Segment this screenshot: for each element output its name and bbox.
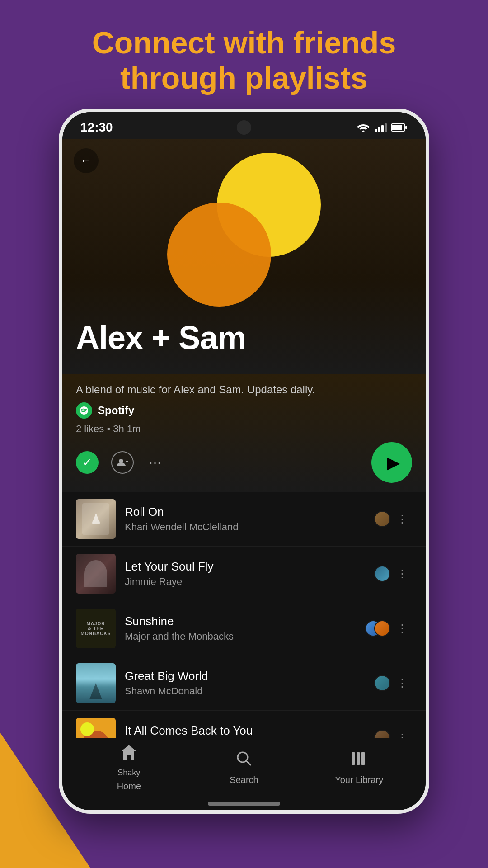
header-tagline: Connect with friends through playlists [0,25,488,95]
svg-rect-14 [357,752,360,765]
track-item[interactable]: Let Your Soul Fly Jimmie Raye ⋮ [62,547,426,601]
track-info-soul-fly: Let Your Soul Fly Jimmie Raye [125,560,365,588]
track-title: It All Comes Back to You [125,724,365,738]
header-line1: Connect with friends [92,25,396,60]
home-indicator [208,802,280,806]
svg-rect-13 [352,752,355,765]
track-more-button[interactable]: ⋮ [393,513,412,525]
bottom-nav: Shaky Home Search Your Library [62,738,426,810]
track-artist: Major and the Monbacks [125,631,356,642]
camera-notch [237,120,251,135]
add-friend-button[interactable] [111,451,134,474]
track-right: ⋮ [374,511,412,527]
nav-item-library[interactable]: Your Library [301,750,417,785]
back-button[interactable]: ← [74,148,99,173]
spotify-creator-name: Spotify [98,404,134,417]
playlist-meta: 2 likes • 3h 1m [76,423,412,435]
track-info-great-big-world: Great Big World Shawn McDonald [125,669,365,697]
playlist-info: A blend of music for Alex and Sam. Updat… [62,374,426,492]
battery-icon [391,123,408,132]
hero-area: ← Alex + Sam [62,139,426,374]
track-title: Great Big World [125,669,365,683]
nav-library-label: Your Library [335,775,383,785]
svg-rect-1 [375,129,377,132]
status-icons [356,123,408,132]
spotify-credit: Spotify [76,402,412,419]
listener-avatars [374,511,387,527]
listener-avatars [374,566,387,582]
svg-rect-2 [378,127,380,132]
save-button[interactable]: ✓ [76,451,99,474]
action-row: ✓ ⋯ ▶ [76,442,412,483]
search-icon [235,750,253,771]
circle-orange [167,203,271,307]
track-item[interactable]: Great Big World Shawn McDonald ⋮ [62,656,426,711]
back-arrow-icon: ← [80,154,92,168]
svg-rect-4 [385,123,387,132]
circles-container [158,153,330,307]
listener-avatar-2 [374,620,390,637]
play-icon: ▶ [387,453,400,472]
svg-point-11 [238,752,248,762]
nav-item-home[interactable]: Shaky Home [71,743,187,792]
track-right: ⋮ [365,620,412,637]
wifi-icon [356,123,371,132]
track-title: Let Your Soul Fly [125,560,365,574]
track-more-button[interactable]: ⋮ [393,567,412,580]
track-artist: Shawn McDonald [125,685,365,697]
header-line2: through playlists [120,61,368,95]
library-icon [351,750,368,771]
track-more-button[interactable]: ⋮ [393,622,412,635]
track-art-sunshine: MAJOR& THEMONBACKS [76,609,116,648]
track-item[interactable]: ♟ Roll On Khari Wendell McClelland ⋮ [62,492,426,547]
track-info-roll-on: Roll On Khari Wendell McClelland [125,505,365,533]
play-button[interactable]: ▶ [371,442,412,483]
track-art-roll-on: ♟ [76,499,116,539]
svg-rect-6 [392,125,402,130]
track-title: Sunshine [125,614,356,628]
track-item[interactable]: MAJOR& THEMONBACKS Sunshine Major and th… [62,601,426,656]
track-right: ⋮ [374,675,412,691]
more-options-button[interactable]: ⋯ [146,453,164,472]
svg-rect-3 [381,125,384,132]
spotify-logo [76,402,92,419]
svg-rect-15 [361,752,365,765]
add-friend-icon [117,458,128,467]
listener-avatar [374,675,390,691]
track-info-sunshine: Sunshine Major and the Monbacks [125,614,356,642]
listener-avatar [374,511,390,527]
track-art-soul-fly [76,554,116,594]
nav-search-label: Search [230,775,258,785]
track-artist: Jimmie Raye [125,576,365,588]
listener-avatars [365,620,387,637]
listener-avatar [374,566,390,582]
nav-home-sublabel: Shaky [117,768,140,778]
svg-line-12 [246,761,251,765]
listener-avatars [374,675,387,691]
nav-item-search[interactable]: Search [187,750,302,785]
track-list: ♟ Roll On Khari Wendell McClelland ⋮ [62,492,426,765]
playlist-title: Alex + Sam [76,319,246,356]
playlist-description: A blend of music for Alex and Sam. Updat… [76,383,412,396]
track-more-button[interactable]: ⋮ [393,677,412,689]
track-right: ⋮ [374,566,412,582]
svg-point-0 [362,131,365,133]
signal-icon [375,123,387,132]
track-title: Roll On [125,505,365,519]
status-time: 12:30 [80,120,113,135]
phone-frame: 12:30 ← [59,108,429,814]
nav-home-label: Home [117,781,141,792]
track-art-great-big-world [76,663,116,703]
home-icon [120,743,138,764]
track-artist: Khari Wendell McClelland [125,521,365,533]
svg-rect-7 [405,126,407,129]
